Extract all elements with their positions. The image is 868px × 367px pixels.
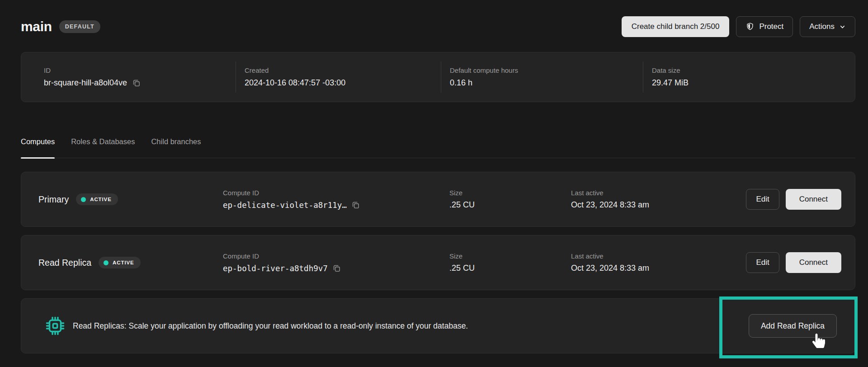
compute-name: Read Replica: [38, 258, 91, 268]
read-replica-banner: Read Replicas: Scale your application by…: [21, 298, 855, 353]
header-actions: Create child branch 2/500 Protect Action…: [622, 16, 855, 37]
compute-id-label: Compute ID: [223, 189, 449, 197]
compute-hours-value: 0.16 h: [450, 78, 643, 88]
branch-tabs: Computes Roles & Databases Child branche…: [21, 137, 855, 158]
branch-page: main DEFAULT Create child branch 2/500 P…: [0, 0, 868, 353]
compute-row-read-replica: Read Replica ACTIVE Compute ID ep-bold-r…: [21, 235, 855, 290]
protect-button[interactable]: Protect: [736, 16, 793, 37]
copy-icon[interactable]: [132, 78, 141, 88]
branch-id-field: ID br-square-hill-a8ol04ve: [21, 66, 236, 88]
size-field: Size .25 CU: [449, 189, 571, 210]
compute-id-value: ep-delicate-violet-a8r11y…: [223, 201, 347, 210]
create-child-branch-button[interactable]: Create child branch 2/500: [622, 16, 730, 37]
edit-button[interactable]: Edit: [746, 252, 779, 273]
compute-hours-label: Default compute hours: [450, 66, 643, 74]
default-badge: DEFAULT: [59, 20, 100, 33]
actions-dropdown-button[interactable]: Actions: [800, 16, 855, 37]
compute-id-label: Compute ID: [223, 252, 449, 260]
status-text: ACTIVE: [90, 197, 112, 202]
actions-label: Actions: [809, 22, 835, 31]
copy-icon[interactable]: [351, 200, 360, 210]
chevron-down-icon: [839, 24, 846, 30]
connect-button[interactable]: Connect: [786, 252, 841, 273]
last-active-field: Last active Oct 23, 2024 8:33 am: [571, 252, 746, 273]
size-label: Size: [449, 252, 571, 260]
active-dot-icon: [104, 260, 108, 265]
shield-icon: [745, 22, 755, 31]
status-badge: ACTIVE: [99, 257, 141, 268]
last-active-label: Last active: [571, 252, 746, 260]
protect-label: Protect: [759, 22, 783, 31]
created-value: 2024-10-16 08:47:57 -03:00: [245, 78, 441, 88]
last-active-label: Last active: [571, 189, 746, 197]
compute-row-primary: Primary ACTIVE Compute ID ep-delicate-vi…: [21, 172, 855, 227]
page-header: main DEFAULT Create child branch 2/500 P…: [21, 15, 855, 38]
last-active-value: Oct 23, 2024 8:33 am: [571, 200, 746, 210]
cpu-chip-icon: [46, 316, 65, 335]
branch-title-group: main DEFAULT: [21, 19, 100, 34]
tab-computes[interactable]: Computes: [21, 137, 55, 158]
data-size-field: Data size 29.47 MiB: [643, 66, 855, 88]
created-field: Created 2024-10-16 08:47:57 -03:00: [236, 66, 441, 88]
active-dot-icon: [81, 197, 86, 202]
size-value: .25 CU: [449, 200, 571, 210]
compute-hours-field: Default compute hours 0.16 h: [441, 66, 643, 88]
status-badge: ACTIVE: [76, 193, 118, 205]
data-size-value: 29.47 MiB: [652, 78, 855, 88]
tab-roles-databases[interactable]: Roles & Databases: [71, 137, 135, 158]
tab-child-branches[interactable]: Child branches: [151, 137, 201, 158]
created-label: Created: [245, 66, 441, 74]
compute-name: Primary: [38, 194, 69, 205]
read-replica-description: Read Replicas: Scale your application by…: [73, 321, 749, 331]
compute-id-value: ep-bold-river-a8tdh9v7: [223, 264, 328, 273]
size-label: Size: [449, 189, 571, 197]
edit-button[interactable]: Edit: [746, 189, 779, 210]
last-active-field: Last active Oct 23, 2024 8:33 am: [571, 189, 746, 210]
last-active-value: Oct 23, 2024 8:33 am: [571, 263, 746, 273]
branch-info-card: ID br-square-hill-a8ol04ve Created 2024-…: [21, 52, 855, 102]
connect-button[interactable]: Connect: [786, 189, 841, 210]
compute-id-field: Compute ID ep-delicate-violet-a8r11y…: [223, 189, 449, 210]
compute-id-field: Compute ID ep-bold-river-a8tdh9v7: [223, 252, 449, 273]
copy-icon[interactable]: [332, 263, 341, 273]
size-field: Size .25 CU: [449, 252, 571, 273]
branch-id-label: ID: [44, 66, 236, 74]
hand-cursor-icon: [812, 334, 825, 348]
page-title: main: [21, 19, 52, 34]
size-value: .25 CU: [449, 263, 571, 273]
data-size-label: Data size: [652, 66, 855, 74]
status-text: ACTIVE: [113, 260, 134, 265]
branch-id-value: br-square-hill-a8ol04ve: [44, 78, 127, 88]
